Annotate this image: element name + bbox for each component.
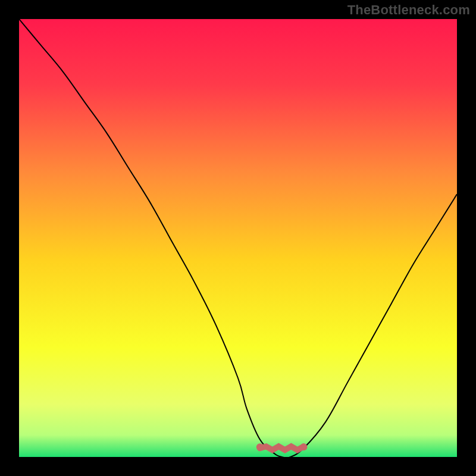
optimal-zone-right-dot bbox=[300, 443, 307, 450]
chart-container: TheBottleneck.com bbox=[0, 0, 476, 476]
watermark: TheBottleneck.com bbox=[347, 2, 470, 18]
gradient-background bbox=[19, 19, 457, 457]
optimal-zone-band bbox=[260, 446, 304, 450]
optimal-zone-left-dot bbox=[256, 443, 264, 450]
bottleneck-chart bbox=[19, 19, 457, 457]
